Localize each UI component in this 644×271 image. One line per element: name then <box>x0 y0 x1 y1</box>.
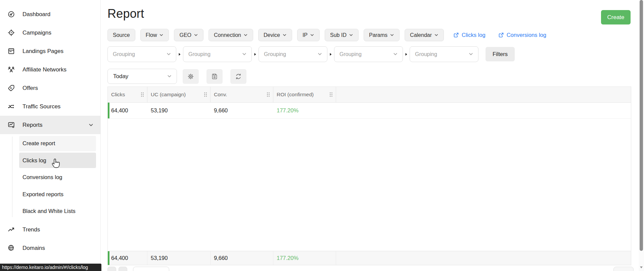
drag-handle-icon[interactable] <box>266 92 270 97</box>
sidebar-item-dashboard[interactable]: Dashboard <box>0 5 100 23</box>
pagination-prev-button[interactable] <box>107 267 116 271</box>
sidebar-item-create-report[interactable]: Create report <box>19 136 96 151</box>
save-button[interactable] <box>206 69 223 84</box>
table-row[interactable]: 64,400 53,190 9,660 177.20% <box>108 103 631 119</box>
svg-text:$: $ <box>10 87 12 90</box>
filter-chip-calendar[interactable]: Calendar <box>405 29 444 41</box>
cell-uc-campaign: 53,190 <box>147 107 211 114</box>
total-empty <box>336 251 631 265</box>
sidebar-item-campaigns[interactable]: Campaigns <box>0 23 100 42</box>
conversions-log-link[interactable]: Conversions log <box>498 32 546 38</box>
column-header-conv[interactable]: Conv. <box>211 87 273 102</box>
column-label: ROI (confirmed) <box>277 92 314 98</box>
scrollbar-down-arrow-icon[interactable] <box>640 266 643 269</box>
sidebar-item-landings-pages[interactable]: Landings Pages <box>0 42 100 60</box>
sidebar-item-offers[interactable]: $ Offers <box>0 79 100 97</box>
filter-chip-ip[interactable]: IP <box>297 29 320 41</box>
chip-label: Params <box>369 32 387 38</box>
filter-chip-connection[interactable]: Connection <box>209 29 253 41</box>
toolbar-row: Today <box>107 69 246 84</box>
external-link-icon <box>453 32 459 38</box>
caret-right-icon <box>329 53 332 56</box>
sidebar-item-label: Reports <box>22 122 43 128</box>
chip-label: GEO <box>179 32 191 38</box>
chevron-down-icon <box>349 33 353 37</box>
submenu-guide-line <box>12 137 12 217</box>
refresh-icon <box>235 73 242 80</box>
row-status-marker <box>108 251 109 265</box>
grouping-select-1[interactable]: Grouping <box>107 46 176 62</box>
sidebar-item-label: Campaigns <box>22 30 51 36</box>
pagination-next-button[interactable] <box>119 267 127 271</box>
grouping-select-2[interactable]: Grouping <box>183 46 252 62</box>
filter-chip-device[interactable]: Device <box>258 29 292 41</box>
chevron-down-icon <box>468 52 473 57</box>
column-header-empty <box>336 87 631 102</box>
grouping-placeholder: Grouping <box>113 51 135 57</box>
vertical-scrollbar[interactable] <box>639 0 644 271</box>
sidebar-item-conversions-log[interactable]: Conversions log <box>19 170 96 185</box>
caret-right-icon <box>254 53 257 56</box>
settings-gear-icon <box>187 73 194 80</box>
filter-chip-source[interactable]: Source <box>107 29 135 41</box>
cell-conv: 9,660 <box>211 107 273 114</box>
sidebar-item-traffic-sources[interactable]: Traffic Sources <box>0 97 100 116</box>
sidebar-item-reports[interactable]: Reports <box>0 116 100 134</box>
filter-chip-params[interactable]: Params <box>364 29 400 41</box>
cell-clicks: 64,400 <box>108 107 147 114</box>
cell-roi-confirmed: 177.20% <box>273 107 336 114</box>
scrollbar-thumb[interactable] <box>640 0 643 251</box>
sub-item-label: Create report <box>22 140 55 147</box>
offers-tag-icon: $ <box>7 84 15 92</box>
column-label: Conv. <box>214 92 227 98</box>
pagination-right-control[interactable] <box>613 267 634 271</box>
sidebar-item-affiliate-networks[interactable]: Affiliate Networks <box>0 60 100 79</box>
chevron-down-icon <box>310 33 314 37</box>
sidebar-item-domains[interactable]: Domains <box>0 239 100 257</box>
sidebar-item-trends[interactable]: Trends <box>0 220 100 239</box>
filters-button[interactable]: Filters <box>486 47 515 61</box>
create-button[interactable]: Create <box>601 10 631 24</box>
date-range-select[interactable]: Today <box>107 69 177 84</box>
refresh-button[interactable] <box>230 69 246 84</box>
settings-button[interactable] <box>183 69 199 84</box>
chevron-down-icon <box>159 33 164 37</box>
grouping-select-3[interactable]: Grouping <box>259 46 327 62</box>
filter-chip-flow[interactable]: Flow <box>140 29 169 41</box>
page-size-select[interactable] <box>133 267 169 271</box>
grouping-placeholder: Grouping <box>188 51 211 57</box>
drag-handle-icon[interactable] <box>329 92 333 97</box>
chevron-down-icon <box>434 33 439 37</box>
sidebar-item-label: Domains <box>22 245 45 252</box>
sidebar: Dashboard Campaigns Landings Pages <box>0 0 101 271</box>
caret-right-icon <box>405 53 408 56</box>
trends-arrow-icon <box>7 226 15 233</box>
browser-status-url: https://demo.keitaro.io/admin/#!/clicks/… <box>0 264 101 271</box>
chip-label: Flow <box>146 32 157 38</box>
column-header-clicks[interactable]: Clicks <box>108 87 147 102</box>
sidebar-item-clicks-log[interactable]: Clicks log <box>19 153 96 168</box>
sub-item-label: Black and White Lists <box>22 208 76 214</box>
grouping-placeholder: Grouping <box>339 51 362 57</box>
filter-chip-geo[interactable]: GEO <box>174 29 203 41</box>
reports-submenu: Create report Clicks log Conversions log… <box>0 136 100 219</box>
filter-chip-sub-id[interactable]: Sub ID <box>325 29 359 41</box>
table-totals-row: 64,400 53,190 9,660 177.20% <box>108 251 631 265</box>
drag-handle-icon[interactable] <box>203 92 208 97</box>
link-label: Conversions log <box>507 32 546 38</box>
total-uc-campaign: 53,190 <box>147 251 211 265</box>
traffic-branch-icon <box>7 103 15 110</box>
drag-handle-icon[interactable] <box>140 92 144 97</box>
sidebar-item-exported-reports[interactable]: Exported reports <box>19 186 96 202</box>
chevron-down-icon <box>317 52 322 57</box>
sidebar-item-black-white-lists[interactable]: Black and White Lists <box>19 204 96 219</box>
column-header-roi-confirmed[interactable]: ROI (confirmed) <box>273 87 336 102</box>
chevron-down-icon <box>194 33 198 37</box>
grouping-select-5[interactable]: Grouping <box>410 46 478 62</box>
chevron-down-icon <box>242 52 247 57</box>
clicks-log-link[interactable]: Clicks log <box>453 32 486 38</box>
grouping-select-4[interactable]: Grouping <box>334 46 403 62</box>
sidebar-item-label: Traffic Sources <box>22 103 60 110</box>
column-header-uc-campaign[interactable]: UC (campaign) <box>147 87 211 102</box>
page-title: Report <box>107 7 144 21</box>
